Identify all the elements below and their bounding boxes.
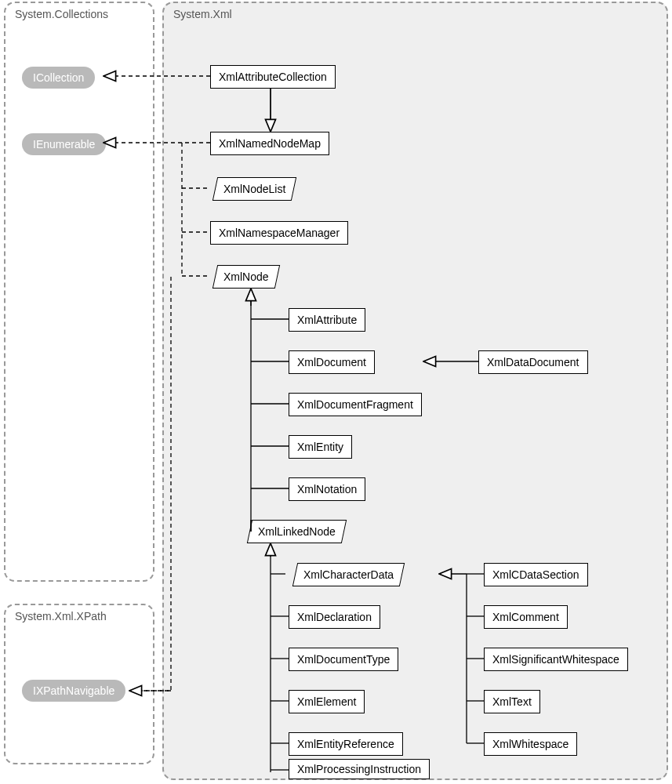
class-xmldocumentfragment: XmlDocumentFragment <box>289 393 422 416</box>
class-xmlentity: XmlEntity <box>289 435 352 459</box>
namespace-label-xml: System.Xml <box>173 8 232 20</box>
interface-icollection: ICollection <box>22 67 95 89</box>
class-xmldocument: XmlDocument <box>289 350 375 374</box>
namespace-label-collections: System.Collections <box>15 8 108 20</box>
interface-ienumerable: IEnumerable <box>22 133 106 155</box>
class-xmlnode: XmlNode <box>212 265 280 289</box>
class-xmlelement: XmlElement <box>289 690 365 713</box>
class-xmlnodelist: XmlNodeList <box>212 177 297 201</box>
class-xmlnotation: XmlNotation <box>289 477 365 501</box>
class-xmlsignificantwhitespace: XmlSignificantWhitespace <box>484 648 628 671</box>
diagram-canvas: System.Collections System.Xml System.Xml… <box>0 0 672 784</box>
class-xmlcharacterdata: XmlCharacterData <box>292 563 405 586</box>
class-xmlcdatasection: XmlCDataSection <box>484 563 588 586</box>
class-xmldeclaration: XmlDeclaration <box>289 605 380 629</box>
class-xmlattribute: XmlAttribute <box>289 308 365 332</box>
class-xmlattributecollection: XmlAttributeCollection <box>210 65 336 89</box>
class-xmldocumenttype: XmlDocumentType <box>289 648 398 671</box>
interface-ixpathnavigable: IXPathNavigable <box>22 680 125 702</box>
class-xmlentityreference: XmlEntityReference <box>289 732 403 756</box>
namespace-label-xpath: System.Xml.XPath <box>15 610 107 622</box>
class-xmlnamednodemap: XmlNamedNodeMap <box>210 132 329 155</box>
class-xmltext: XmlText <box>484 690 540 713</box>
class-xmlnamespacemanager: XmlNamespaceManager <box>210 221 348 245</box>
class-xmlprocessinginstruction2: XmlProcessingInstruction <box>289 759 430 779</box>
class-xmlwhitespace: XmlWhitespace <box>484 732 577 756</box>
namespace-system-collections: System.Collections <box>4 2 154 582</box>
class-xmlcomment: XmlComment <box>484 605 568 629</box>
class-xmllinkednode: XmlLinkedNode <box>247 520 347 543</box>
class-xmldatadocument: XmlDataDocument <box>478 350 588 374</box>
